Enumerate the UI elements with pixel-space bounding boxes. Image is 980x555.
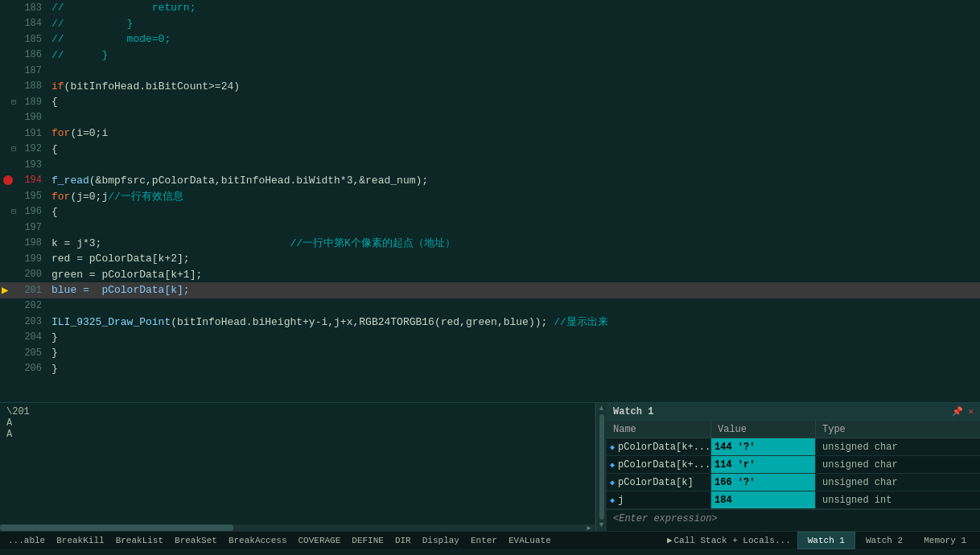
watch-cell-value-1: 114 'r' — [711, 456, 816, 473]
line-code-185: // mode=0; — [48, 33, 980, 45]
line-gutter-201[interactable]: ▶201 — [0, 285, 48, 296]
line-gutter-192[interactable]: ⊟192 — [0, 143, 48, 154]
line-code-205: } — [48, 347, 980, 359]
watch-icon-1: ◆ — [610, 460, 615, 470]
line-gutter-198[interactable]: 198 — [0, 237, 48, 249]
status-cmd-coverage[interactable]: COVERAGE — [294, 534, 346, 547]
vertical-scroll-divider: ▲ ▼ — [595, 403, 607, 531]
tab-watch-2[interactable]: Watch 2 — [855, 532, 913, 549]
line-gutter-188[interactable]: 188 — [0, 80, 48, 92]
status-cmd-enter[interactable]: Enter — [466, 534, 502, 547]
line-gutter-194[interactable]: 194 — [0, 175, 48, 186]
line-gutter-185[interactable]: 185 — [0, 34, 48, 45]
line-number-184: 184 — [24, 18, 42, 29]
line-number-202: 202 — [24, 300, 42, 311]
line-number-191: 191 — [24, 128, 42, 139]
line-gutter-199[interactable]: 199 — [0, 253, 48, 265]
line-number-189: 189 — [24, 97, 42, 108]
line-gutter-204[interactable]: 204 — [0, 331, 48, 343]
status-bar: ...able BreakKill BreakList BreakSet Bre… — [0, 531, 980, 549]
watch-row-2[interactable]: ◆pColorData[k]166 '?'unsigned char — [607, 474, 980, 491]
status-cmd-evaluate[interactable]: EVALuate — [504, 534, 556, 547]
call-stack-icon: ▶ — [667, 535, 673, 545]
line-gutter-197[interactable]: 197 — [0, 222, 48, 233]
call-stack-label: Call Stack + Locals... — [674, 536, 791, 545]
status-cmd-ble[interactable]: ...able — [3, 534, 50, 547]
line-gutter-186[interactable]: 186 — [0, 49, 48, 60]
tab-watch-1[interactable]: Watch 1 — [797, 532, 855, 549]
line-number-190: 190 — [24, 112, 42, 123]
arrow-indicator-201: ▶ — [2, 283, 8, 297]
status-cmd-define[interactable]: DEFINE — [347, 534, 389, 547]
line-gutter-205[interactable]: 205 — [0, 347, 48, 359]
line-gutter-203[interactable]: 203 — [0, 316, 48, 327]
tab-label: Watch 2 — [866, 536, 903, 545]
col-header-type: Type — [816, 421, 980, 438]
collapse-icon-196[interactable]: ⊟ — [11, 207, 16, 216]
status-cmd-breaklist[interactable]: BreakList — [111, 534, 168, 547]
collapse-icon-189[interactable]: ⊟ — [11, 97, 16, 107]
code-line-205: 205} — [0, 345, 980, 361]
status-cmd-display[interactable]: Display — [418, 534, 464, 547]
console-area: \201AA ▶ — [0, 403, 595, 531]
line-gutter-202[interactable]: 202 — [0, 300, 48, 311]
watch-header-icons: 📌 ✕ — [952, 406, 974, 417]
console-scroll-right[interactable]: ▶ — [583, 524, 595, 531]
console-scrollbar-track[interactable] — [0, 524, 583, 531]
console-scrollbar-thumb[interactable] — [0, 524, 233, 531]
watch-row-3[interactable]: ◆j184unsigned int — [607, 491, 980, 509]
tab-memory-1[interactable]: Memory 1 — [913, 532, 977, 549]
line-code-186: // } — [48, 49, 980, 61]
line-gutter-190[interactable]: 190 — [0, 112, 48, 123]
scroll-up-btn[interactable]: ▲ — [599, 405, 603, 413]
line-code-206: } — [48, 363, 980, 375]
line-gutter-193[interactable]: 193 — [0, 159, 48, 171]
line-gutter-196[interactable]: ⊟196 — [0, 206, 48, 217]
status-bar-right: ▶ Call Stack + Locals...Watch 1Watch 2Me… — [661, 532, 977, 549]
line-code-204: } — [48, 331, 980, 343]
tab-call-stack[interactable]: ▶ Call Stack + Locals... — [661, 534, 797, 546]
watch-enter-expression[interactable]: <Enter expression> — [607, 509, 980, 527]
code-editor: 183// return;184// }185// mode=0;186// }… — [0, 0, 980, 402]
scroll-down-btn[interactable]: ▼ — [599, 521, 603, 529]
line-code-191: for(i=0;i — [48, 127, 980, 139]
code-line-201: ▶201blue = pColorData[k]; — [0, 282, 980, 298]
line-code-194: f_read(&bmpfsrc,pColorData,bitInfoHead.b… — [48, 175, 980, 187]
close-icon[interactable]: ✕ — [968, 406, 974, 417]
status-cmd-breakaccess[interactable]: BreakAccess — [224, 534, 292, 547]
watch-cell-name-1: ◆pColorData[k+... — [607, 456, 711, 473]
code-line-186: 186// } — [0, 47, 980, 64]
status-cmd-dir[interactable]: DIR — [390, 534, 416, 547]
watch-cell-value-3: 184 — [711, 491, 816, 508]
status-cmd-breakkill[interactable]: BreakKill — [51, 534, 109, 547]
line-gutter-189[interactable]: ⊟189 — [0, 97, 48, 108]
code-line-195: 195for(j=0;j//一行有效信息 — [0, 188, 980, 204]
line-gutter-191[interactable]: 191 — [0, 128, 48, 139]
watch-icon-3: ◆ — [610, 495, 615, 505]
line-gutter-206[interactable]: 206 — [0, 363, 48, 374]
console-line: \201 — [6, 406, 588, 417]
line-number-205: 205 — [24, 347, 42, 359]
scroll-thumb-v[interactable] — [599, 414, 604, 520]
code-line-183: 183// return; — [0, 0, 980, 16]
line-number-200: 200 — [24, 269, 42, 280]
watch-row-0[interactable]: ◆pColorData[k+...144 '?'unsigned char — [607, 438, 980, 456]
watch-table: Name Value Type ◆pColorData[k+...144 '?'… — [607, 421, 980, 531]
line-gutter-183[interactable]: 183 — [0, 2, 48, 14]
code-line-189: ⊟189{ — [0, 94, 980, 110]
line-number-203: 203 — [24, 316, 42, 327]
watch-cell-value-0: 144 '?' — [711, 438, 816, 455]
line-number-185: 185 — [24, 34, 42, 45]
line-number-186: 186 — [24, 49, 42, 60]
watch-cell-name-0: ◆pColorData[k+... — [607, 438, 711, 455]
line-gutter-195[interactable]: 195 — [0, 191, 48, 202]
line-gutter-184[interactable]: 184 — [0, 18, 48, 29]
status-cmd-breakset[interactable]: BreakSet — [170, 534, 222, 547]
watch-row-1[interactable]: ◆pColorData[k+...114 'r'unsigned char — [607, 456, 980, 474]
code-line-184: 184// } — [0, 16, 980, 32]
line-gutter-187[interactable]: 187 — [0, 65, 48, 76]
line-code-198: k = j*3; //一行中第K个像素的起点（地址） — [48, 236, 980, 250]
pin-icon[interactable]: 📌 — [952, 406, 963, 417]
collapse-icon-192[interactable]: ⊟ — [11, 144, 16, 154]
line-gutter-200[interactable]: 200 — [0, 269, 48, 280]
